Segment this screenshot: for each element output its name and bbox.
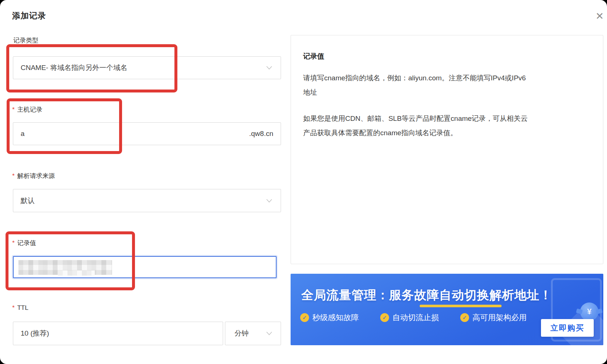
help-line: 地址 [303, 85, 592, 99]
ttl-field [13, 322, 223, 345]
record-type-select[interactable]: CNAME- 将域名指向另外一个域名 [13, 56, 281, 79]
help-panel: 记录值 请填写cname指向的域名，例如：aliyun.com。注意不能填写IP… [291, 35, 603, 264]
required-mark: * [12, 106, 15, 113]
dns-line-value: 默认 [13, 196, 266, 206]
record-type-value: CNAME- 将域名指向另外一个域名 [13, 63, 266, 73]
feature-text: 自动切流止损 [392, 312, 439, 323]
check-icon: ✓ [300, 313, 309, 322]
gtm-promo-banner: ¥ 全局流量管理：服务故障自动切换解析地址！ ✓ 秒级感知故障 ✓ 自动切流止损… [291, 274, 603, 345]
headline-underline [420, 305, 502, 307]
ttl-unit-select[interactable]: 分钟 [225, 322, 281, 345]
banner-headline: 全局流量管理：服务故障自动切换解析地址！ [301, 287, 552, 304]
ttl-label: *TTL [12, 304, 28, 312]
add-record-dialog: 添加记录 ✕ 记录类型 CNAME- 将域名指向另外一个域名 *主机记录 .qw… [0, 0, 607, 364]
dialog-title: 添加记录 [12, 10, 46, 21]
check-icon: ✓ [380, 313, 389, 322]
host-record-label: *主机记录 [12, 105, 42, 114]
dns-line-select[interactable]: 默认 [13, 189, 281, 212]
ttl-label-text: TTL [17, 304, 28, 311]
close-icon[interactable]: ✕ [593, 10, 606, 23]
screen: 添加记录 ✕ 记录类型 CNAME- 将域名指向另外一个域名 *主机记录 .qw… [0, 0, 607, 364]
record-type-label-text: 记录类型 [13, 37, 38, 44]
required-mark: * [12, 304, 15, 311]
help-line: 如果您是使用CDN、邮箱、SLB等云产品时配置cname记录，可从相关云 [303, 111, 592, 126]
host-record-label-text: 主机记录 [17, 106, 42, 113]
banner-feature: ✓ 自动切流止损 [380, 312, 439, 323]
help-line: 产品获取具体需要配置的cname指向域名记录值。 [303, 126, 592, 140]
ttl-input[interactable] [13, 329, 223, 338]
yuan-coin-icon: ¥ [580, 302, 599, 321]
record-value-label-text: 记录值 [17, 239, 36, 246]
dns-line-label: *解析请求来源 [12, 172, 55, 180]
help-paragraph-2: 如果您是使用CDN、邮箱、SLB等云产品时配置cname记录，可从相关云 产品获… [303, 111, 592, 140]
record-value-input[interactable] [13, 256, 277, 278]
feature-text: 高可用架构必用 [472, 312, 527, 323]
chevron-down-icon [266, 66, 273, 70]
host-record-input[interactable] [13, 129, 249, 138]
chevron-down-icon [266, 331, 273, 336]
banner-feature: ✓ 高可用架构必用 [460, 312, 527, 323]
help-paragraph-1: 请填写cname指向的域名，例如：aliyun.com。注意不能填写IPv4或I… [303, 71, 592, 99]
banner-feature: ✓ 秒级感知故障 [300, 312, 359, 323]
chevron-down-icon [266, 199, 273, 203]
host-record-field: .qw8.cn [13, 122, 281, 145]
ttl-unit-value: 分钟 [225, 329, 266, 338]
redacted-value-mosaic [58, 270, 95, 276]
domain-suffix: .qw8.cn [249, 130, 281, 138]
help-line: 请填写cname指向的域名，例如：aliyun.com。注意不能填写IPv4或I… [303, 71, 592, 85]
banner-feature-list: ✓ 秒级感知故障 ✓ 自动切流止损 ✓ 高可用架构必用 [300, 312, 527, 323]
help-panel-title: 记录值 [303, 52, 324, 61]
required-mark: * [12, 172, 15, 179]
record-type-label: 记录类型 [13, 36, 38, 45]
dns-line-label-text: 解析请求来源 [17, 172, 55, 179]
required-mark: * [12, 239, 15, 246]
record-value-label: *记录值 [12, 239, 36, 247]
check-icon: ✓ [460, 313, 469, 322]
feature-text: 秒级感知故障 [312, 312, 359, 323]
buy-now-button[interactable]: 立即购买 [541, 319, 594, 337]
